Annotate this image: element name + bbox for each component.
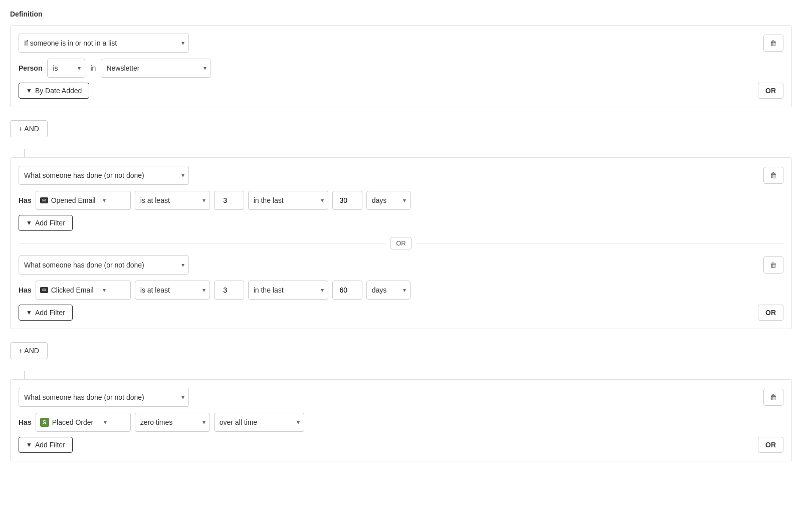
person-label: Person: [19, 64, 42, 72]
block-4-header: What someone has done (or not done) 🗑: [19, 388, 783, 407]
block-4-event-select[interactable]: Opened Email Clicked Email Placed Order: [52, 418, 99, 426]
and-button-wrapper-1: + AND: [10, 113, 792, 144]
filter-icon-3: ▼: [26, 309, 32, 316]
block-4-condition-select[interactable]: zero times at least at most: [140, 418, 183, 426]
block-3-event-select-wrapper[interactable]: ✉ Opened Email Clicked Email Placed Orde…: [36, 281, 131, 300]
block-4-or-button[interactable]: OR: [758, 437, 783, 453]
person-row: Person is is not in Newsletter VIP Subsc…: [19, 59, 783, 78]
block-2-header: What someone has done (or not done) 🗑: [19, 166, 783, 185]
block-3-time-select[interactable]: in the last over all time before after: [254, 286, 302, 294]
block-2-time-select-wrapper[interactable]: in the last over all time before after: [248, 191, 328, 210]
block-2-event-select-wrapper[interactable]: ✉ Opened Email Clicked Email Placed Orde…: [36, 191, 131, 210]
block-1: If someone is in or not in a list 🗑 Pers…: [10, 25, 792, 107]
block-3-add-filter-label: Add Filter: [35, 309, 65, 317]
block-3-has-label: Has: [19, 286, 32, 294]
block-3-add-filter-button[interactable]: ▼ Add Filter: [19, 305, 73, 321]
block-2-condition-select[interactable]: is at least is at most equals: [140, 196, 180, 204]
person-is-select[interactable]: is is not: [53, 64, 80, 72]
in-label: in: [90, 64, 96, 72]
connector-line-1: [24, 149, 25, 157]
block-1-header: If someone is in or not in a list 🗑: [19, 34, 783, 53]
block-3-or-button[interactable]: OR: [758, 305, 783, 321]
definition-section: Definition If someone is in or not in a …: [10, 10, 792, 461]
block-2-delete-button[interactable]: 🗑: [763, 167, 783, 184]
definition-title: Definition: [10, 10, 792, 18]
block-3-main-select-wrapper[interactable]: What someone has done (or not done): [19, 255, 189, 275]
block-2-days-select-wrapper[interactable]: days weeks months: [366, 191, 411, 210]
block-2-3-group: What someone has done (or not done) 🗑 Ha…: [10, 157, 792, 329]
filter-icon-2: ▼: [26, 219, 32, 226]
block-3-bottom: ▼ Add Filter OR: [19, 305, 783, 321]
block-1-or-button[interactable]: OR: [758, 83, 783, 99]
block-2-main-select-wrapper[interactable]: What someone has done (or not done): [19, 166, 189, 185]
block-4-main-select-wrapper[interactable]: What someone has done (or not done): [19, 388, 189, 407]
and-button-2[interactable]: + AND: [10, 342, 48, 359]
list-select[interactable]: Newsletter VIP Subscribers: [106, 64, 153, 72]
by-date-added-button[interactable]: ▼ By Date Added: [19, 83, 89, 99]
block-4-event-select-wrapper[interactable]: S Opened Email Clicked Email Placed Orde…: [36, 413, 131, 432]
person-is-select-wrapper[interactable]: is is not: [47, 59, 85, 78]
block-2-has-label: Has: [19, 196, 32, 204]
block-4-condition-select-wrapper[interactable]: zero times at least at most: [135, 413, 210, 432]
block-3-event-select[interactable]: Opened Email Clicked Email Placed Order: [51, 286, 98, 294]
block-4-delete-button[interactable]: 🗑: [763, 389, 783, 406]
block-2-add-filter-button[interactable]: ▼ Add Filter: [19, 215, 73, 231]
block-2-event-select[interactable]: Opened Email Clicked Email Placed Order: [51, 196, 98, 204]
block-1-delete-button[interactable]: 🗑: [763, 35, 783, 52]
block-3-header: What someone has done (or not done) 🗑: [19, 255, 783, 275]
trash-icon-2: 🗑: [770, 171, 777, 179]
block-1-bottom-row: ▼ By Date Added OR: [19, 83, 783, 99]
block-2-main-select[interactable]: What someone has done (or not done): [24, 171, 183, 179]
block-4-row: Has S Opened Email Clicked Email Placed …: [19, 413, 783, 432]
block-1-main-select-wrapper[interactable]: If someone is in or not in a list: [19, 34, 189, 53]
block-2-add-filter-label: Add Filter: [35, 219, 65, 227]
block-3-days-input[interactable]: [332, 281, 362, 300]
block-3-days-select-wrapper[interactable]: days weeks months: [366, 281, 411, 300]
block-2-row: Has ✉ Opened Email Clicked Email Placed …: [19, 191, 783, 210]
block-2-time-select[interactable]: in the last over all time before after: [254, 196, 302, 204]
by-date-added-label: By Date Added: [35, 87, 82, 95]
block-2-condition-select-wrapper[interactable]: is at least is at most equals: [135, 191, 210, 210]
block-3-count-input[interactable]: [214, 281, 244, 300]
list-select-wrapper[interactable]: Newsletter VIP Subscribers: [101, 59, 211, 78]
block-3-delete-button[interactable]: 🗑: [763, 256, 783, 274]
block-4: What someone has done (or not done) 🗑 Ha…: [10, 379, 792, 461]
and-button-wrapper-2: + AND: [10, 335, 792, 366]
or-divider-1: OR: [19, 237, 783, 249]
block-3-time-select-wrapper[interactable]: in the last over all time before after: [248, 281, 328, 300]
filter-icon: ▼: [26, 87, 32, 94]
block-4-time-select[interactable]: over all time in the last before after: [220, 418, 268, 426]
block-2-bottom: ▼ Add Filter: [19, 215, 783, 231]
block-2-days-select[interactable]: days weeks months: [372, 196, 405, 204]
clicked-email-icon: ✉: [40, 287, 48, 293]
filter-icon-4: ▼: [26, 441, 32, 448]
block-3-days-select[interactable]: days weeks months: [372, 286, 405, 294]
or-badge-1: OR: [390, 237, 412, 249]
and-button-1[interactable]: + AND: [10, 120, 48, 137]
opened-email-icon: ✉: [40, 197, 48, 203]
connector-line-2: [24, 371, 25, 379]
block-2-days-input[interactable]: [332, 191, 362, 210]
block-4-bottom: ▼ Add Filter OR: [19, 437, 783, 453]
block-1-main-select[interactable]: If someone is in or not in a list: [24, 39, 183, 47]
block-3-main-select[interactable]: What someone has done (or not done): [24, 261, 183, 269]
shopify-icon: S: [40, 418, 49, 427]
block-4-add-filter-button[interactable]: ▼ Add Filter: [19, 437, 73, 453]
trash-icon: 🗑: [770, 39, 777, 47]
block-2-count-input[interactable]: [214, 191, 244, 210]
block-4-add-filter-label: Add Filter: [35, 441, 65, 449]
block-4-has-label: Has: [19, 418, 32, 426]
trash-icon-3: 🗑: [770, 261, 777, 269]
trash-icon-4: 🗑: [770, 393, 777, 401]
block-4-time-select-wrapper[interactable]: over all time in the last before after: [214, 413, 304, 432]
block-3-row: Has ✉ Opened Email Clicked Email Placed …: [19, 281, 783, 300]
block-3-condition-select[interactable]: is at least is at most equals: [140, 286, 180, 294]
block-4-main-select[interactable]: What someone has done (or not done): [24, 393, 183, 401]
block-3-condition-select-wrapper[interactable]: is at least is at most equals: [135, 281, 210, 300]
